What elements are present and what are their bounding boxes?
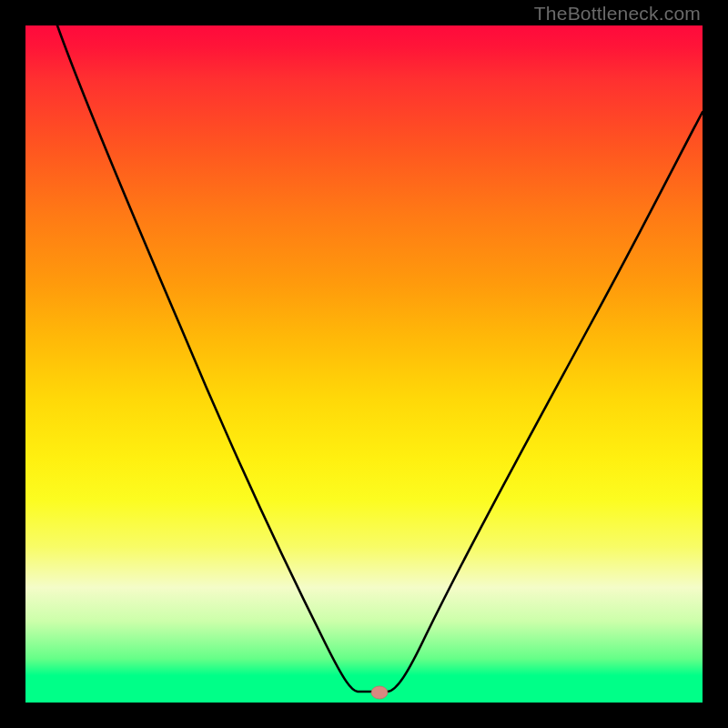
- bottleneck-curve-line: [57, 25, 703, 692]
- watermark-text: TheBottleneck.com: [534, 3, 701, 25]
- chart-overlay: [25, 25, 703, 703]
- chart-container: TheBottleneck.com: [0, 0, 728, 728]
- target-marker: [371, 686, 388, 699]
